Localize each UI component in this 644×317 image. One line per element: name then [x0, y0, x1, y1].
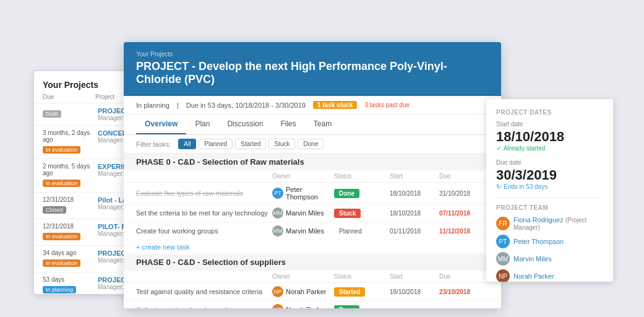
table-row[interactable]: Test against quality and resistance crit… [124, 283, 501, 301]
task-status: Done [334, 189, 390, 198]
due-date-sub-text: Ends in 53 days [504, 183, 547, 190]
item-badge: In evaluation [43, 180, 80, 187]
task-name: Evaluate five types of raw materials [136, 189, 272, 197]
start-date-sub-text: Already started [504, 145, 545, 152]
avatar: NP [496, 269, 510, 282]
member-name: Peter Thompson [513, 238, 564, 245]
task-start-date: 01/11/2018 [390, 228, 439, 235]
col-due: Due [439, 173, 489, 180]
table-row[interactable]: Evaluate five types of raw materials PT … [124, 183, 501, 204]
phases-container: PHASE 0 - C&D - Selection of Raw materia… [124, 154, 501, 308]
status-badge: Stuck [334, 209, 361, 218]
status-badge: Started [334, 287, 365, 297]
project-title: PROJECT - Develop the next High Performa… [136, 60, 489, 86]
status-badge: Done [334, 305, 359, 309]
filter-buttons: AllPlannedStartedStuckDone [178, 139, 324, 149]
phase-header: PHASE 0 - C&D - Selection of Raw materia… [124, 154, 501, 170]
filter-btn-all[interactable]: All [178, 139, 196, 149]
status-badge: Planned [334, 227, 367, 236]
owner-avatar: NP [272, 304, 283, 308]
main-content[interactable]: Filter tasks: AllPlannedStartedStuckDone… [124, 135, 501, 308]
tab-team[interactable]: Team [305, 115, 340, 134]
start-date-label: Start date [496, 121, 603, 128]
dates-section-title: PROJECT DATES [496, 109, 603, 116]
task-start-date: 18/10/2018 [390, 289, 439, 295]
team-section-title: PROJECT TEAM [496, 204, 603, 211]
filter-btn-planned[interactable]: Planned [199, 139, 233, 149]
item-badge: In planning [43, 286, 76, 293]
filter-btn-started[interactable]: Started [235, 139, 266, 149]
filter-btn-done[interactable]: Done [298, 139, 324, 149]
task-start-date: 18/10/2018 [390, 190, 439, 197]
member-name: Norah Parker [513, 272, 554, 280]
task-name: Test against quality and resistance crit… [136, 288, 272, 295]
avatar: MM [496, 252, 510, 266]
col-status: Status [334, 173, 390, 180]
team-member: NP Norah Parker [496, 269, 603, 282]
col-due-header: Due [43, 93, 95, 100]
task-due-date: 07/11/2018 [439, 210, 489, 217]
member-name: Fiona Rodriguez [513, 216, 564, 224]
due-date-sub: ↻ Ends in 53 days [496, 183, 603, 190]
team-divider [496, 198, 603, 198]
table-row[interactable]: Create four working groups MM Marvin Mil… [124, 222, 501, 240]
main-header: Your Projects PROJECT - Develop the next… [124, 42, 501, 96]
main-tabs: OverviewPlanDiscussionFilesTeam [124, 115, 501, 135]
member-name: Marvin Miles [513, 255, 552, 263]
tab-files[interactable]: Files [272, 115, 304, 134]
task-owner: NP Norah Parker [272, 304, 334, 308]
task-table-header: OwnerStatusStartDue [124, 271, 501, 283]
main-subheader: In planning | Due in 53 days, 10/18/2018… [124, 96, 501, 115]
project-due-info: Due in 53 days, 10/18/2018 - 3/30/2019 [186, 102, 306, 109]
team-member: FR Fiona Rodriguez (Project Manager) [496, 216, 603, 231]
create-task-button[interactable]: + create new task [124, 240, 501, 254]
task-stuck-badge: 1 task stuck [313, 101, 357, 109]
task-status: Planned [334, 227, 390, 236]
separator-1: | [177, 102, 179, 109]
right-info-panel: PROJECT DATES Start date 18/10/2018 ✓ Al… [486, 99, 613, 282]
task-owner: PT Peter Thompson [272, 186, 334, 201]
task-owner: MM Marvin Miles [272, 225, 334, 237]
item-date: 34 days ago [43, 250, 95, 256]
col-start: Start [390, 273, 439, 280]
item-date: 12/31/2018 [43, 223, 95, 230]
owner-avatar: MM [272, 207, 283, 219]
team-member: MM Marvin Miles [496, 252, 603, 266]
avatar: PT [496, 235, 510, 248]
check-icon: ✓ [496, 145, 501, 152]
tab-plan[interactable]: Plan [186, 115, 218, 134]
avatar: FR [496, 217, 510, 230]
project-status: In planning [136, 102, 170, 109]
table-row[interactable]: Set the criteria to be met for any techn… [124, 204, 501, 222]
task-start-date: 18/10/2018 [390, 210, 439, 217]
col-due: Due [439, 273, 489, 280]
team-member: PT Peter Thompson [496, 235, 603, 248]
item-badge: In evaluation [43, 259, 80, 267]
arrow-icon: ↻ [496, 183, 501, 190]
item-badge: Draft [43, 110, 61, 118]
col-owner: Owner [272, 173, 334, 180]
task-table-header: OwnerStatusStartDue [124, 170, 501, 183]
task-status: Done [334, 305, 390, 309]
task-name: Create four working groups [136, 227, 272, 235]
task-status: Started [334, 287, 390, 297]
task-name: Collect samples of each supplier [136, 306, 272, 308]
team-members-list: FR Fiona Rodriguez (Project Manager) PT … [496, 216, 603, 282]
table-row[interactable]: Collect samples of each supplier NP Nora… [124, 301, 501, 308]
task-name: Set the criteria to be met for any techn… [136, 209, 272, 217]
col-start: Start [390, 173, 439, 180]
filter-btn-stuck[interactable]: Stuck [268, 139, 295, 149]
task-due-date: 23/10/2018 [439, 289, 489, 295]
owner-avatar: PT [272, 188, 283, 199]
due-date-value: 30/3/2019 [496, 167, 603, 183]
task-due-date: 11/12/2018 [439, 228, 489, 235]
tab-discussion[interactable]: Discussion [218, 115, 272, 134]
phase-header: PHASE 0 - C&D - Selection of suppliers [124, 254, 501, 271]
col-status: Status [334, 273, 390, 280]
item-badge: In evaluation [43, 233, 80, 240]
item-date: 2 months, 5 days ago [43, 163, 95, 176]
status-badge: Done [334, 189, 359, 198]
item-date: 3 months, 2 days ago [43, 129, 95, 143]
tab-overview[interactable]: Overview [136, 115, 186, 134]
tasks-past-due: 3 tasks past due [364, 102, 410, 108]
